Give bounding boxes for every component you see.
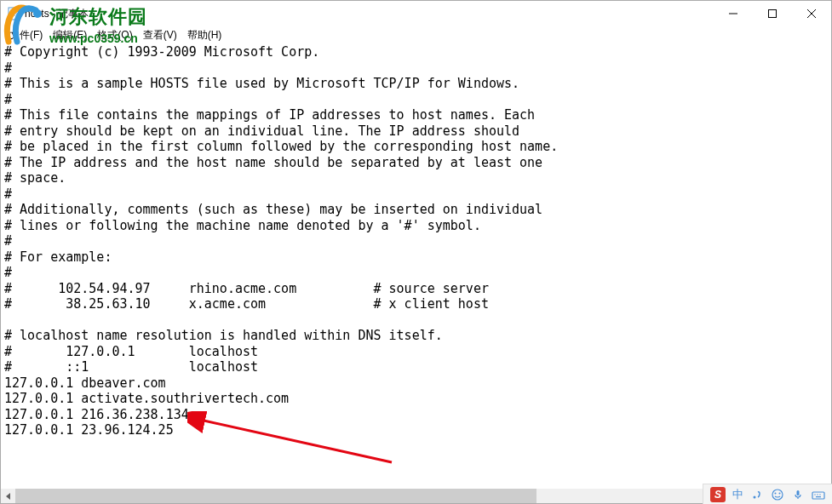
menubar: 文件(F) 编辑(E) 格式(O) 查看(V) 帮助(H) [1, 26, 831, 43]
svg-marker-9 [6, 493, 10, 500]
menu-format[interactable]: 格式(O) [92, 26, 137, 44]
svg-point-17 [779, 492, 781, 494]
svg-rect-24 [816, 496, 821, 497]
svg-point-23 [819, 494, 820, 495]
scroll-left-button[interactable] [1, 489, 15, 503]
ime-lang-indicator[interactable]: 中 [732, 487, 743, 502]
scrollbar-track[interactable] [15, 489, 817, 503]
window-controls [714, 1, 831, 26]
ime-emoji-icon[interactable] [771, 488, 784, 501]
ime-sogou-icon[interactable]: S [710, 487, 726, 502]
content-area: # Copyright (c) 1993-2009 Microsoft Corp… [1, 43, 831, 503]
menu-view[interactable]: 查看(V) [138, 26, 182, 44]
ime-voice-icon[interactable] [791, 488, 805, 501]
notepad-icon [8, 7, 20, 20]
svg-point-15 [772, 490, 783, 500]
notepad-window: hosts - 记事本 文件(F) 编辑(E) 格式(O) 查看(V) 帮助(H… [0, 0, 832, 504]
svg-point-22 [817, 494, 818, 495]
ime-keyboard-icon[interactable] [812, 488, 825, 501]
svg-rect-6 [769, 10, 777, 18]
scrollbar-thumb[interactable] [15, 489, 536, 503]
window-title: hosts - 记事本 [25, 7, 89, 21]
menu-help[interactable]: 帮助(H) [182, 26, 227, 44]
close-button[interactable] [792, 1, 831, 26]
menu-file[interactable]: 文件(F) [4, 26, 48, 44]
svg-point-16 [775, 492, 777, 494]
minimize-button[interactable] [714, 1, 753, 26]
svg-rect-20 [812, 492, 824, 499]
ime-punct-icon[interactable] [750, 488, 764, 501]
svg-point-14 [754, 495, 756, 498]
titlebar: hosts - 记事本 [1, 1, 831, 26]
svg-rect-18 [797, 490, 800, 495]
svg-point-21 [814, 494, 815, 495]
maximize-button[interactable] [753, 1, 792, 26]
text-content[interactable]: # Copyright (c) 1993-2009 Microsoft Corp… [1, 43, 831, 489]
titlebar-left: hosts - 记事本 [8, 7, 89, 21]
system-tray: S 中 [703, 484, 832, 504]
menu-edit[interactable]: 编辑(E) [48, 26, 92, 44]
